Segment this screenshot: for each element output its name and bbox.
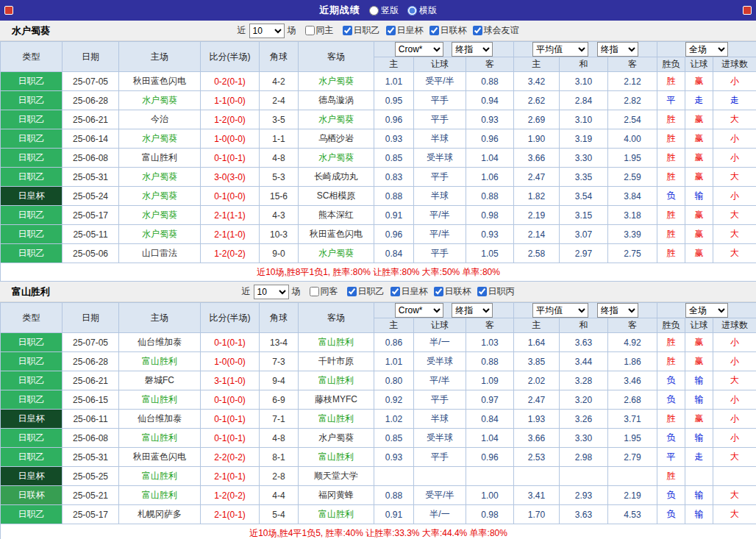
away-team-cell[interactable]: 乌栖沙岩	[299, 129, 374, 149]
league-checkbox[interactable]	[434, 287, 443, 296]
away-team-cell[interactable]: 水户蜀葵	[299, 149, 374, 168]
away-team-cell[interactable]: 福冈黄蜂	[299, 486, 374, 505]
away-team-cell[interactable]: 秋田蓝色闪电	[299, 225, 374, 244]
league-checkbox[interactable]	[477, 287, 487, 296]
recent-count-select[interactable]: 10	[249, 24, 285, 38]
league-checkbox[interactable]	[473, 26, 482, 35]
league-filter[interactable]: 日皇杯	[391, 285, 428, 298]
home-team-cell[interactable]: 秋田蓝色闪电	[119, 448, 201, 467]
bookmaker-select[interactable]: Crow*	[395, 42, 443, 57]
away-team-cell[interactable]: 顺天堂大学	[299, 467, 374, 486]
league-checkbox[interactable]	[343, 26, 352, 35]
result-cell: 大	[713, 448, 756, 467]
league-checkbox-label: 日联杯	[445, 285, 471, 298]
away-team-cell[interactable]: 富山胜利	[299, 333, 374, 352]
col-result-handicap: 让球	[685, 318, 713, 333]
home-team-cell[interactable]: 今治	[119, 110, 201, 129]
away-team-cell[interactable]: 富山胜利	[299, 371, 374, 390]
odds-cell: 0.80	[374, 371, 414, 390]
home-team-cell[interactable]: 磐城FC	[119, 371, 201, 390]
league-filter[interactable]: 日职丙	[477, 285, 515, 298]
home-team-cell[interactable]: 水户蜀葵	[119, 225, 201, 244]
league-cell: 日职乙	[1, 91, 63, 110]
odds-stage-select-2[interactable]: 终指	[597, 42, 638, 57]
away-team-cell[interactable]: 富山胜利	[299, 505, 374, 524]
home-team-cell[interactable]: 富山胜利	[119, 352, 201, 371]
home-team-cell[interactable]: 仙台维加泰	[119, 333, 201, 352]
team-section: 水户蜀葵 近 10 场 同主 日职乙日皇杯日联杯球会友谊	[0, 21, 756, 282]
league-cell: 日职乙	[1, 429, 63, 448]
col-result-goals: 进球数	[713, 57, 756, 72]
league-cell: 日职乙	[1, 168, 63, 187]
score-cell: 1-2(0-2)	[201, 486, 260, 505]
odds-cell: 2.75	[608, 244, 657, 263]
away-team-cell[interactable]: 水户蜀葵	[299, 429, 374, 448]
topbar-right-icon[interactable]	[743, 6, 752, 15]
league-filter[interactable]: 球会友谊	[473, 24, 519, 37]
same-venue-filter[interactable]: 同主	[305, 24, 334, 37]
odds-stage-select[interactable]: 终指	[452, 303, 493, 318]
home-team-cell[interactable]: 富山胜利	[119, 149, 201, 168]
home-team-cell[interactable]: 仙台维加泰	[119, 410, 201, 429]
home-team-cell[interactable]: 水户蜀葵	[119, 168, 201, 187]
scope-select[interactable]: 全场	[685, 42, 728, 57]
league-filter[interactable]: 日联杯	[434, 285, 471, 298]
home-team-cell[interactable]: 富山胜利	[119, 486, 201, 505]
away-team-cell[interactable]: 水户蜀葵	[299, 72, 374, 91]
league-cell: 日皇杯	[1, 187, 63, 206]
home-team-cell[interactable]: 山口雷法	[119, 244, 201, 263]
home-team-cell[interactable]: 水户蜀葵	[119, 206, 201, 225]
away-team-cell[interactable]: 德岛漩涡	[299, 91, 374, 110]
topbar: 近期战绩 竖版 横版	[0, 0, 756, 21]
odds-cell: 2.02	[514, 371, 560, 390]
away-team-cell[interactable]: 富山胜利	[299, 410, 374, 429]
layout-radio-vertical[interactable]: 竖版	[369, 4, 399, 17]
league-checkbox[interactable]	[429, 26, 439, 35]
odds-stage-select-2[interactable]: 终指	[597, 303, 638, 318]
away-team-cell[interactable]: 千叶市原	[299, 352, 374, 371]
home-team-cell[interactable]: 富山胜利	[119, 390, 201, 410]
league-filter[interactable]: 日职乙	[347, 285, 385, 298]
league-filter[interactable]: 日职乙	[343, 24, 380, 37]
away-team-cell[interactable]: 熊本深红	[299, 206, 374, 225]
home-team-cell[interactable]: 水户蜀葵	[119, 91, 201, 110]
away-team-cell[interactable]: SC相模原	[299, 187, 374, 206]
league-filter[interactable]: 日联杯	[429, 24, 467, 37]
away-team-cell[interactable]: 藤枝MYFC	[299, 390, 374, 410]
home-team-cell[interactable]: 水户蜀葵	[119, 187, 201, 206]
home-team-cell[interactable]: 富山胜利	[119, 467, 201, 486]
away-team-cell[interactable]: 富山胜利	[299, 448, 374, 467]
league-filter[interactable]: 日皇杯	[386, 24, 424, 37]
scope-select[interactable]: 全场	[685, 303, 728, 318]
odds-cell: 3.30	[560, 429, 608, 448]
odds-stage-select[interactable]: 终指	[452, 42, 493, 57]
result-cell: 输	[685, 505, 713, 524]
result-cell: 胜	[657, 333, 685, 352]
vertical-radio[interactable]	[369, 6, 379, 15]
layout-radio-horizontal[interactable]: 横版	[407, 4, 437, 17]
result-cell: 大	[713, 110, 756, 129]
average-select[interactable]: 平均值	[532, 42, 588, 57]
recent-count-select[interactable]: 10	[254, 285, 289, 299]
home-team-cell[interactable]: 水户蜀葵	[119, 129, 201, 149]
league-checkbox[interactable]	[347, 287, 357, 296]
bookmaker-select[interactable]: Crow*	[395, 303, 443, 318]
league-checkbox[interactable]	[391, 287, 400, 296]
average-select[interactable]: 平均值	[532, 303, 588, 318]
home-team-cell[interactable]: 札幌冈萨多	[119, 505, 201, 524]
topbar-left-icon[interactable]	[4, 6, 13, 15]
league-checkbox[interactable]	[386, 26, 396, 35]
odds-cell: 1.00	[466, 486, 514, 505]
away-team-cell[interactable]: 长崎成功丸	[299, 168, 374, 187]
away-team-cell[interactable]: 水户蜀葵	[299, 110, 374, 129]
home-team-cell[interactable]: 秋田蓝色闪电	[119, 72, 201, 91]
recent-label: 近	[238, 24, 246, 37]
same-venue-checkbox[interactable]	[305, 26, 315, 35]
corner-cell: 4-8	[260, 149, 299, 168]
horizontal-radio[interactable]	[407, 6, 417, 15]
home-team-cell[interactable]: 富山胜利	[119, 429, 201, 448]
away-team-cell[interactable]: 水户蜀葵	[299, 244, 374, 263]
date-cell: 25-05-17	[63, 505, 119, 524]
same-venue-filter[interactable]: 同客	[310, 285, 338, 298]
same-venue-checkbox[interactable]	[310, 287, 319, 296]
